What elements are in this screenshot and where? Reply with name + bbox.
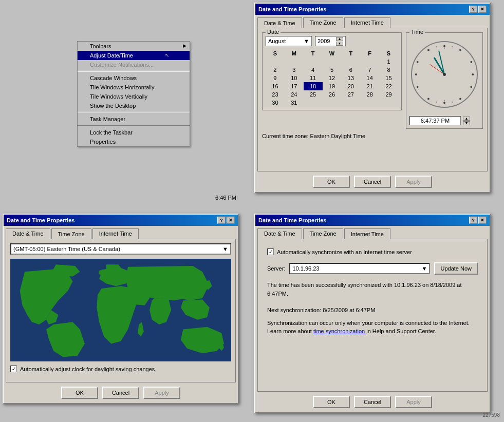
calendar-day[interactable]: 5 xyxy=(323,66,342,74)
sync-link[interactable]: time synchronization xyxy=(313,328,365,334)
calendar-day[interactable]: 6 xyxy=(341,66,360,74)
auto-sync-checkbox[interactable]: ✓ xyxy=(267,248,274,255)
calendar-day[interactable]: 22 xyxy=(379,82,398,90)
svg-point-4 xyxy=(470,86,472,88)
svg-point-17 xyxy=(436,102,437,103)
daylight-checkbox[interactable]: ✓ xyxy=(10,366,17,372)
menu-item-label: Show the Desktop xyxy=(90,103,136,109)
menu-item-toolbars[interactable]: Toolbars xyxy=(78,42,190,51)
update-now-button[interactable]: Update Now xyxy=(434,262,478,275)
calendar-day[interactable]: 19 xyxy=(323,82,342,90)
close-button[interactable]: ✕ xyxy=(478,6,487,13)
calendar-day[interactable]: 23 xyxy=(266,90,285,99)
tab-date-time[interactable]: Date & Time xyxy=(257,17,302,28)
quadrant-timezone: Date and Time Properties ? ✕ Date & Time… xyxy=(0,211,252,422)
calendar-day[interactable]: 25 xyxy=(304,90,323,99)
menu-item-properties[interactable]: Properties xyxy=(78,137,190,146)
time-up[interactable]: ▲ xyxy=(463,117,470,121)
svg-point-2 xyxy=(470,61,472,63)
calendar-day[interactable]: 11 xyxy=(304,74,323,82)
calendar-day[interactable]: 28 xyxy=(360,90,379,99)
menu-item-show-desktop[interactable]: Show the Desktop xyxy=(78,101,190,110)
menu-item-tile-h[interactable]: Tile Windows Horizontally xyxy=(78,83,190,92)
calendar-day[interactable]: 20 xyxy=(341,82,360,90)
ok-button[interactable]: OK xyxy=(61,387,98,399)
calendar-day[interactable]: 31 xyxy=(285,99,304,107)
calendar-day[interactable]: 15 xyxy=(379,74,398,82)
apply-button[interactable]: Apply xyxy=(395,396,432,408)
calendar-day xyxy=(285,57,304,66)
help-button[interactable]: ? xyxy=(469,6,477,13)
year-down[interactable]: ▼ xyxy=(336,42,343,46)
year-up[interactable]: ▲ xyxy=(336,37,343,41)
calendar-day[interactable]: 4 xyxy=(304,66,323,74)
close-button[interactable]: ✕ xyxy=(227,217,235,224)
tab-internet-time[interactable]: Internet Time xyxy=(344,17,390,28)
svg-point-1 xyxy=(459,49,461,51)
tab-time-zone[interactable]: Time Zone xyxy=(51,228,91,239)
quadrant-datetime: Date and Time Properties ? ✕ Date & Time… xyxy=(252,0,504,211)
clock-ticks xyxy=(412,42,477,107)
menu-item-customize-notifications[interactable]: Customize Notifications... xyxy=(78,60,190,69)
calendar-day[interactable]: 1 xyxy=(379,57,398,66)
menu-item-label: Properties xyxy=(90,139,116,145)
ok-button[interactable]: OK xyxy=(313,176,350,188)
calendar-day[interactable]: 16 xyxy=(266,82,285,90)
apply-button[interactable]: Apply xyxy=(395,176,432,188)
calendar-day[interactable]: 14 xyxy=(360,74,379,82)
time-label: Time xyxy=(409,29,425,35)
tab-time-zone[interactable]: Time Zone xyxy=(303,228,343,239)
calendar-day[interactable]: 12 xyxy=(323,74,342,82)
menu-item-lock-taskbar[interactable]: Lock the Taskbar xyxy=(78,128,190,137)
tab-date-time[interactable]: Date & Time xyxy=(6,228,50,239)
menu-item-task-manager[interactable]: Task Manager xyxy=(78,114,190,124)
dialog-buttons: OK Cancel Apply xyxy=(255,392,490,412)
tab-internet-time[interactable]: Internet Time xyxy=(344,228,390,239)
ok-button[interactable]: OK xyxy=(313,396,350,408)
calendar-day[interactable]: 8 xyxy=(379,66,398,74)
cancel-button[interactable]: Cancel xyxy=(354,176,391,188)
calendar-day[interactable]: 13 xyxy=(341,74,360,82)
svg-point-15 xyxy=(452,102,453,103)
calendar-day[interactable]: 21 xyxy=(360,82,379,90)
year-spin[interactable]: ▲ ▼ xyxy=(336,37,343,46)
calendar-day[interactable]: 29 xyxy=(379,90,398,99)
cancel-button[interactable]: Cancel xyxy=(102,387,139,399)
calendar-day[interactable]: 27 xyxy=(341,90,360,99)
apply-button[interactable]: Apply xyxy=(143,387,180,399)
digital-time-display[interactable]: 6:47:37 PM xyxy=(409,116,461,125)
dialog-title: Date and Time Properties xyxy=(258,6,326,12)
year-input[interactable]: 2009 ▲ ▼ xyxy=(315,36,346,46)
calendar-day[interactable]: 7 xyxy=(360,66,379,74)
dialog-title: Date and Time Properties xyxy=(7,217,74,223)
dialog-buttons: OK Cancel Apply xyxy=(255,171,490,192)
time-down[interactable]: ▼ xyxy=(463,121,470,125)
month-select[interactable]: August ▼ xyxy=(266,36,312,46)
help-button[interactable]: ? xyxy=(469,217,477,224)
dialog-datetime: Date and Time Properties ? ✕ Date & Time… xyxy=(254,3,491,193)
tab-internet-time[interactable]: Internet Time xyxy=(92,228,139,239)
calendar-day[interactable]: 26 xyxy=(323,90,342,99)
calendar-day[interactable]: 24 xyxy=(285,90,304,99)
close-button[interactable]: ✕ xyxy=(478,217,487,224)
calendar-day[interactable]: 30 xyxy=(266,99,285,107)
menu-item-adjust-datetime[interactable]: Adjust Date/Time ↖ xyxy=(78,51,190,60)
calendar-day[interactable]: 17 xyxy=(285,82,304,90)
quadrant-itime: Date and Time Properties ? ✕ Date & Time… xyxy=(252,211,504,422)
time-spin[interactable]: ▲ ▼ xyxy=(463,117,470,125)
tab-time-zone[interactable]: Time Zone xyxy=(303,17,343,28)
calendar-day[interactable]: 9 xyxy=(266,74,285,82)
time-section: Time xyxy=(406,32,483,129)
tab-date-time[interactable]: Date & Time xyxy=(257,228,302,239)
calendar-day[interactable]: 2 xyxy=(266,66,285,74)
help-button[interactable]: ? xyxy=(217,217,226,224)
menu-item-cascade[interactable]: Cascade Windows xyxy=(78,73,190,83)
calendar-day[interactable]: 18 xyxy=(304,82,323,90)
timezone-dropdown[interactable]: (GMT-05:00) Eastern Time (US & Canada) ▼ xyxy=(10,243,231,255)
calendar-day[interactable]: 3 xyxy=(285,66,304,74)
calendar-day xyxy=(360,99,379,107)
cancel-button[interactable]: Cancel xyxy=(354,396,391,408)
calendar-day[interactable]: 10 xyxy=(285,74,304,82)
menu-item-tile-v[interactable]: Tile Windows Vertically xyxy=(78,92,190,101)
server-input[interactable]: 10.1.96.23 ▼ xyxy=(289,263,430,274)
